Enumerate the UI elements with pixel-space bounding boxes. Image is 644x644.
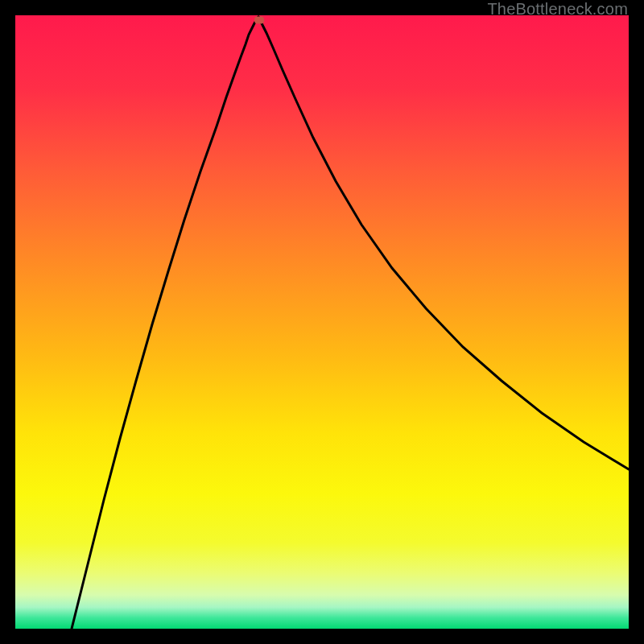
bottleneck-curve (15, 15, 629, 629)
watermark-label: TheBottleneck.com (487, 0, 628, 19)
vertex-marker (254, 17, 264, 24)
chart-frame (15, 15, 629, 629)
curve-right-branch (258, 17, 629, 469)
curve-left-branch (72, 17, 258, 629)
